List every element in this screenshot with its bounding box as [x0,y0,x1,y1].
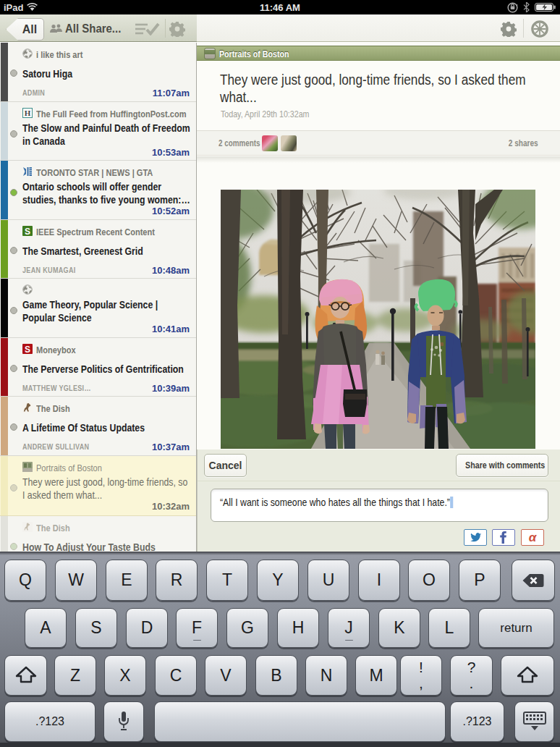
svg-text:H: H [25,109,31,117]
svg-text:S: S [25,227,30,237]
svg-text:S: S [25,345,30,355]
